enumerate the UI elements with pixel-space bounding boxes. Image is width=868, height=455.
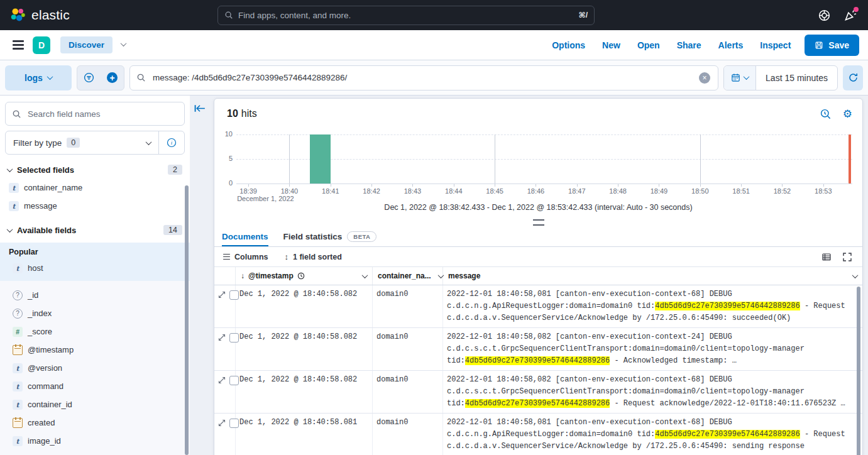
nav-link-open[interactable]: Open	[637, 40, 660, 50]
timestamp-cell[interactable]: Dec 1, 2022 @ 18:40:58.082	[236, 371, 373, 413]
field-item-_index[interactable]: ?_index	[9, 304, 185, 322]
chevron-down-icon	[7, 166, 13, 172]
tab-documents[interactable]: Documents	[222, 227, 268, 246]
available-fields-header[interactable]: Available fields 14	[8, 225, 182, 235]
timestamp-cell[interactable]: Dec 1, 2022 @ 18:40:58.082	[236, 285, 373, 327]
global-search-input[interactable]: Find apps, content, and more. ⌘/	[217, 6, 595, 25]
message-cell[interactable]: 2022-12-01 18:40:58,082 [canton-env-exec…	[443, 328, 862, 370]
grid-header-timestamp[interactable]: ↓ @timestamp	[236, 267, 373, 285]
info-icon: i	[167, 138, 177, 148]
field-search-input[interactable]	[26, 109, 178, 119]
search-icon	[224, 11, 233, 19]
expand-row-icon[interactable]	[218, 334, 226, 341]
date-quick-select-button[interactable]	[724, 66, 756, 90]
nav-link-alerts[interactable]: Alerts	[718, 40, 744, 50]
top-nav-links: Options New Open Share Alerts Inspect	[552, 40, 791, 50]
selected-fields-header[interactable]: Selected fields 2	[8, 165, 182, 175]
refresh-button[interactable]	[843, 65, 863, 90]
calendar-icon	[731, 73, 740, 82]
newsfeed-button[interactable]	[844, 9, 857, 21]
grid-header-message[interactable]: message	[443, 267, 862, 285]
chevron-down-icon[interactable]	[362, 272, 368, 278]
breadcrumb[interactable]: Discover	[60, 36, 113, 53]
grid-header-container-name[interactable]: container_na...	[373, 267, 443, 285]
field-item-container_id[interactable]: tcontainer_id	[9, 395, 185, 414]
time-range-label[interactable]: Last 15 minutes	[756, 73, 837, 83]
histogram-bar[interactable]	[310, 134, 331, 184]
nav-link-share[interactable]: Share	[677, 40, 701, 50]
plus-icon: +	[107, 72, 118, 83]
timestamp-cell[interactable]: Dec 1, 2022 @ 18:40:58.081	[236, 414, 373, 455]
field-label: message	[24, 201, 57, 211]
query-bar: logs + ×	[0, 60, 868, 96]
x-tick-mark	[536, 184, 536, 187]
elastic-logo[interactable]: elastic	[10, 8, 217, 23]
sidebar-scrollbar[interactable]	[185, 185, 189, 455]
message-cell[interactable]: 2022-12-01 18:40:58,081 [canton-env-exec…	[443, 285, 862, 327]
help-icon[interactable]	[818, 9, 830, 21]
field-item-container_name[interactable]: tcontainer_name	[5, 178, 185, 197]
expand-row-icon[interactable]	[218, 291, 226, 299]
chevron-down-icon[interactable]	[121, 40, 127, 47]
chevron-down-icon[interactable]	[852, 272, 859, 278]
container-name-cell[interactable]: domain0	[373, 414, 443, 455]
message-cell[interactable]: 2022-12-01 18:40:58,082 [canton-env-exec…	[443, 371, 862, 413]
histogram-chart[interactable]: 0510	[236, 134, 852, 184]
hits-word: hits	[241, 108, 257, 119]
query-input[interactable]	[151, 72, 711, 83]
t-field-type-icon: t	[9, 183, 19, 193]
y-axis-label: 10	[216, 130, 233, 138]
collapse-sidebar-button[interactable]	[194, 103, 206, 114]
field-info-button[interactable]: i	[159, 138, 184, 148]
field-label: container_name	[24, 183, 82, 192]
x-tick-mark	[659, 184, 659, 187]
field-item-message[interactable]: tmessage	[5, 197, 185, 215]
container-name-cell[interactable]: domain0	[373, 371, 443, 413]
saved-query-menu-button[interactable]	[77, 66, 101, 90]
hits-count: 10	[227, 108, 238, 119]
field-item-image_id[interactable]: timage_id	[9, 432, 185, 450]
space-badge[interactable]: D	[33, 36, 50, 54]
sort-fields-button[interactable]: ↕ 1 field sorted	[284, 252, 341, 261]
chart-settings-gear-icon[interactable]: ⚙	[843, 109, 852, 119]
field-item-_id[interactable]: ?_id	[9, 286, 185, 304]
columns-button[interactable]: Columns	[223, 253, 268, 261]
field-item-@timestamp[interactable]: @timestamp	[9, 341, 185, 359]
nav-link-new[interactable]: New	[602, 40, 620, 50]
container-name-cell[interactable]: domain0	[373, 328, 443, 370]
timestamp-cell[interactable]: Dec 1, 2022 @ 18:40:58.082	[236, 328, 373, 370]
elastic-logo-icon	[10, 8, 26, 23]
field-item-_score[interactable]: #_score	[9, 322, 185, 341]
available-fields-list: ?_id?_index#_score@timestampt@versiontco…	[0, 281, 190, 455]
data-view-selector[interactable]: logs	[5, 65, 72, 90]
nav-link-options[interactable]: Options	[552, 40, 585, 50]
chevron-down-icon	[146, 139, 152, 145]
tab-field-statistics[interactable]: Field statistics BETA	[283, 227, 377, 246]
time-interval-icon[interactable]	[820, 108, 832, 120]
field-item-created[interactable]: created	[9, 414, 185, 432]
main-menu-button[interactable]	[9, 36, 28, 55]
row-controls-cell	[214, 371, 236, 413]
container-name-cell[interactable]: domain0	[373, 285, 443, 327]
selected-fields-count: 2	[168, 165, 182, 175]
resize-handle[interactable]	[533, 219, 544, 226]
message-cell[interactable]: 2022-12-01 18:40:58,081 [canton-env-exec…	[443, 414, 862, 455]
field-item-host[interactable]: thost	[9, 259, 185, 277]
save-button[interactable]: Save	[805, 35, 859, 56]
x-gridline	[495, 134, 495, 184]
number-field-type-icon: #	[13, 327, 23, 337]
x-tick-mark	[700, 184, 701, 187]
expand-row-icon[interactable]	[218, 419, 226, 427]
nav-link-inspect[interactable]: Inspect	[760, 40, 791, 50]
sort-desc-arrow-icon: ↓	[241, 271, 244, 280]
expand-row-icon[interactable]	[218, 376, 226, 384]
grid-scrollbar[interactable]	[857, 287, 860, 455]
display-density-icon[interactable]	[821, 252, 832, 262]
add-filter-button[interactable]: +	[101, 66, 124, 90]
filter-by-type[interactable]: Filter by type 0 i	[5, 131, 185, 155]
x-axis-date-label: December 1, 2022	[237, 195, 294, 202]
field-item-command[interactable]: tcommand	[9, 377, 185, 395]
fullscreen-icon[interactable]	[842, 252, 852, 262]
field-item-@version[interactable]: t@version	[9, 359, 185, 377]
clear-query-icon[interactable]: ×	[699, 72, 710, 84]
